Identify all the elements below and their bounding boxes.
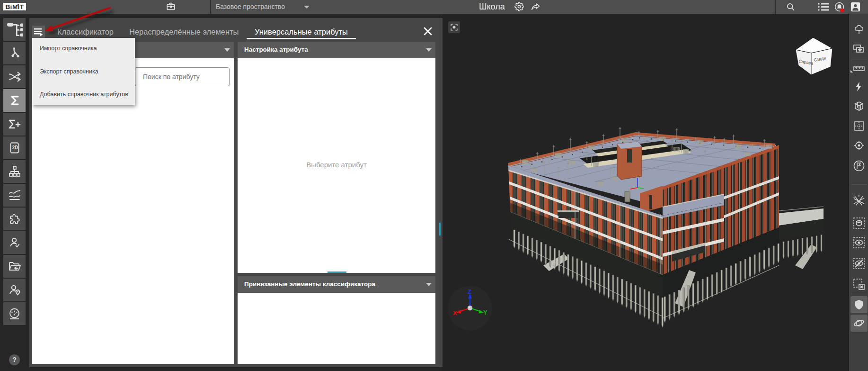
svg-text:Z: Z [468, 288, 471, 295]
svg-text:2D: 2D [12, 145, 18, 150]
svg-text:Y: Y [483, 309, 487, 316]
svg-text:2: 2 [858, 195, 860, 198]
svg-text:X: X [453, 309, 457, 317]
svg-text:1: 1 [853, 195, 855, 198]
